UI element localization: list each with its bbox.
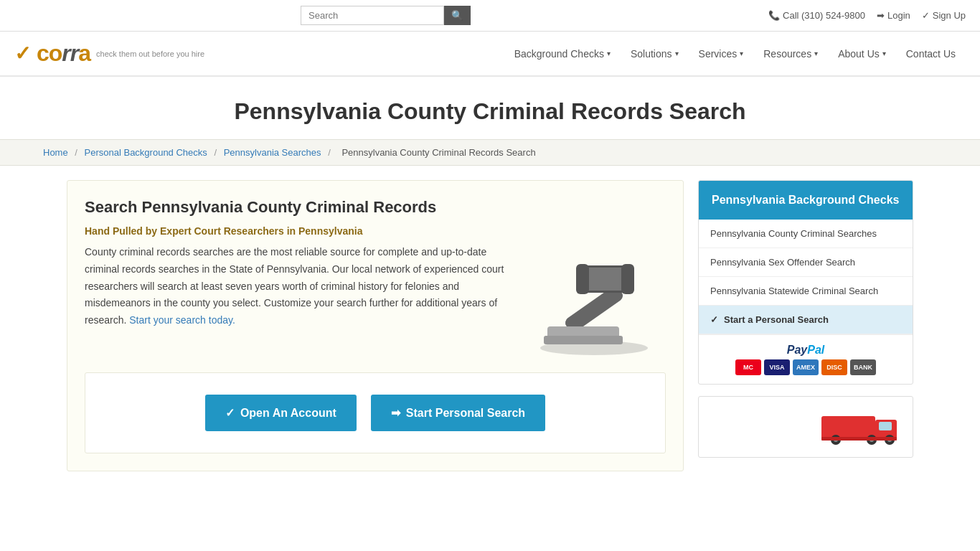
- signup-icon: ✓: [922, 10, 930, 21]
- sidebar-links-list: Pennsylvania County Criminal Searches Pe…: [699, 220, 913, 334]
- buttons-section: ✓ Open An Account ➡ Start Personal Searc…: [85, 372, 666, 453]
- paypal-logo: PayPal: [787, 344, 824, 357]
- top-links: 📞 Call (310) 524-9800 ➡ Login ✓ Sign Up: [768, 10, 966, 21]
- nav-item-resources[interactable]: Resources ▾: [753, 34, 828, 74]
- nav-menu: Background Checks ▾ Solutions ▾ Services…: [233, 34, 966, 74]
- breadcrumb-sep-1: /: [75, 147, 80, 158]
- breadcrumb: Home / Personal Background Checks / Penn…: [0, 139, 980, 166]
- search-input[interactable]: [301, 6, 444, 25]
- gavel-image: [522, 244, 666, 361]
- start-personal-search-icon: ✓: [710, 314, 718, 325]
- search-icon: 🔍: [451, 10, 463, 21]
- sidebar-link-statewide[interactable]: Pennsylvania Statewide Criminal Search: [699, 277, 913, 306]
- svg-rect-5: [621, 264, 634, 294]
- truck-icon: [818, 405, 904, 448]
- open-account-button[interactable]: ✓ Open An Account: [205, 395, 357, 431]
- nav-item-contact[interactable]: Contact Us: [896, 34, 966, 74]
- chevron-down-icon: ▾: [814, 50, 818, 57]
- logo-tagline: check them out before you hire: [96, 50, 204, 58]
- chevron-down-icon: ▾: [675, 50, 679, 57]
- phone-icon: 📞: [768, 10, 780, 21]
- signup-link[interactable]: ✓ Sign Up: [922, 10, 966, 21]
- nav-item-about[interactable]: About Us ▾: [828, 34, 896, 74]
- breadcrumb-pa-searches[interactable]: Pennsylvania Searches: [224, 147, 321, 158]
- amex-icon: AMEX: [793, 359, 819, 375]
- mastercard-icon: MC: [735, 359, 761, 375]
- breadcrumb-home[interactable]: Home: [43, 147, 68, 158]
- chevron-down-icon: ▾: [740, 50, 743, 57]
- content-with-image: County criminal records searches are the…: [85, 244, 666, 361]
- chevron-down-icon: ▾: [607, 50, 611, 57]
- start-personal-search-button[interactable]: ➡ Start Personal Search: [371, 395, 545, 431]
- nav-item-background-checks[interactable]: Background Checks ▾: [504, 34, 621, 74]
- breadcrumb-current: Pennsylvania County Criminal Records Sea…: [341, 147, 535, 158]
- sidebar-link-county[interactable]: Pennsylvania County Criminal Searches: [699, 220, 913, 248]
- start-search-icon: ➡: [391, 406, 400, 420]
- right-sidebar: Pennsylvania Background Checks Pennsylva…: [698, 180, 913, 471]
- sidebar-cta-item[interactable]: ✓ Start a Personal Search: [699, 306, 913, 334]
- top-bar: 🔍 📞 Call (310) 524-9800 ➡ Login ✓ Sign U…: [0, 0, 980, 32]
- nav-item-solutions[interactable]: Solutions ▾: [621, 34, 689, 74]
- left-panel: Search Pennsylvania County Criminal Reco…: [67, 180, 684, 471]
- search-button[interactable]: 🔍: [444, 6, 471, 25]
- truck-promo-box: [698, 396, 913, 458]
- discover-icon: DISC: [821, 359, 847, 375]
- phone-link[interactable]: 📞 Call (310) 524-9800: [768, 10, 865, 21]
- paypal-badge: PayPal MC VISA AMEX DISC BANK: [735, 344, 876, 375]
- page-title-section: Pennsylvania County Criminal Records Sea…: [0, 77, 980, 139]
- login-icon: ➡: [877, 10, 885, 21]
- content-heading: Search Pennsylvania County Criminal Reco…: [85, 198, 666, 217]
- page-title: Pennsylvania County Criminal Records Sea…: [14, 98, 966, 125]
- content-subheading: Hand Pulled by Expert Court Researchers …: [85, 225, 666, 237]
- open-account-icon: ✓: [225, 406, 235, 420]
- search-wrap: 🔍: [301, 6, 471, 25]
- main-content: Search Pennsylvania County Criminal Reco…: [24, 166, 956, 486]
- breadcrumb-personal-bg[interactable]: Personal Background Checks: [85, 147, 207, 158]
- visa-icon: VISA: [764, 359, 790, 375]
- svg-rect-8: [821, 416, 875, 439]
- sidebar-link-sex-offender[interactable]: Pennsylvania Sex Offender Search: [699, 248, 913, 277]
- paypal-section: PayPal MC VISA AMEX DISC BANK: [699, 334, 913, 384]
- sidebar-pa-bg-checks: Pennsylvania Background Checks Pennsylva…: [698, 180, 913, 385]
- breadcrumb-sep-3: /: [328, 147, 333, 158]
- svg-rect-10: [879, 422, 892, 430]
- svg-rect-17: [821, 437, 897, 441]
- sidebar-header: Pennsylvania Background Checks: [699, 181, 913, 220]
- payment-card-icons: MC VISA AMEX DISC BANK: [735, 359, 876, 375]
- login-link[interactable]: ➡ Login: [877, 10, 910, 21]
- svg-rect-7: [544, 336, 623, 344]
- navbar: ✓ corra check them out before you hire B…: [0, 32, 980, 77]
- svg-rect-4: [576, 264, 589, 294]
- logo[interactable]: ✓ corra check them out before you hire: [14, 32, 204, 75]
- nav-item-services[interactable]: Services ▾: [689, 34, 754, 74]
- chevron-down-icon: ▾: [882, 50, 886, 57]
- start-search-link[interactable]: Start your search today.: [129, 314, 235, 326]
- content-body: County criminal records searches are the…: [85, 244, 511, 329]
- logo-check-icon: ✓: [14, 42, 31, 65]
- bank-icon: BANK: [850, 359, 876, 375]
- breadcrumb-sep-2: /: [214, 147, 219, 158]
